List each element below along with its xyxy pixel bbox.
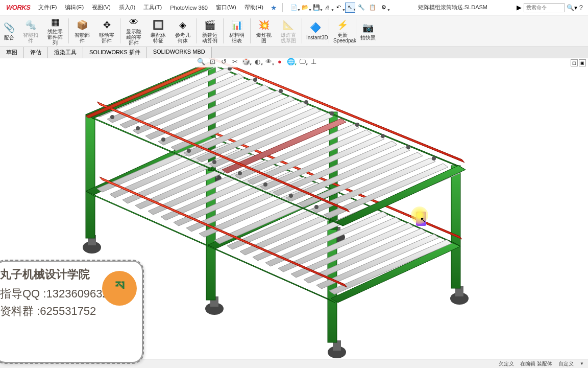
section-view-icon[interactable]: ✂ <box>230 58 240 66</box>
view-settings-icon[interactable]: 🖵▼ <box>297 58 307 66</box>
status-dropdown-icon[interactable]: ▼ <box>580 361 584 366</box>
speedpak-button[interactable]: ⚡更新Speedpak <box>330 15 355 47</box>
hide-show-icon[interactable]: 👁▼ <box>263 58 274 66</box>
pin-icon[interactable]: ★ <box>267 4 280 12</box>
ribbon-toolbar: 📎配合 🔩智能扣件 ▦线性零部件阵列 📦智能部件 ✥移动零部件 👁显示隐藏的零部… <box>0 15 588 47</box>
print-button[interactable]: 🖨▼ <box>323 3 333 13</box>
svg-point-87 <box>406 145 410 149</box>
tab-sw-mbd[interactable]: SOLIDWORKS MBD <box>147 47 212 58</box>
menu-view[interactable]: 视图(V) <box>88 4 115 11</box>
snapshot-button[interactable]: 📷拍快照 <box>357 15 379 47</box>
display-style-icon[interactable]: ◐▼ <box>252 58 262 66</box>
status-underdefined: 欠定义 <box>499 360 514 367</box>
smart-fastener-button[interactable]: 🔩智能扣件 <box>18 15 43 47</box>
edit-appearance-icon[interactable]: ● <box>275 58 285 66</box>
prev-view-icon[interactable]: ↺ <box>218 58 229 66</box>
menu-photoview[interactable]: PhotoView 360 <box>166 5 212 11</box>
select-button[interactable]: ↖▼ <box>345 3 355 13</box>
bom-button[interactable]: 📊材料明细表 <box>225 15 249 47</box>
help-icon[interactable]: ? <box>579 4 583 11</box>
ground-icon[interactable]: ⊥ <box>308 58 318 66</box>
svg-point-73 <box>161 137 165 142</box>
zoom-area-icon[interactable]: ⊡ <box>207 58 217 66</box>
zoom-fit-icon[interactable]: 🔍 <box>196 58 206 66</box>
linear-pattern-button[interactable]: ▦线性零部件阵列 <box>43 15 67 47</box>
svg-point-76 <box>238 171 242 175</box>
open-button[interactable]: 📂▼ <box>300 3 310 13</box>
tab-sketch[interactable]: 草图 <box>0 47 24 58</box>
menu-edit[interactable]: 编辑(E) <box>61 4 88 11</box>
new-button[interactable]: 📄▼ <box>289 3 299 13</box>
rebuild-button[interactable]: 🔧 <box>356 3 366 13</box>
app-logo: WORKS <box>2 4 34 11</box>
document-title: 矩阵模组滚筒输送.SLDASM <box>389 4 517 11</box>
tab-evaluate[interactable]: 评估 <box>24 47 48 58</box>
command-manager-tabs: 草图 评估 渲染工具 SOLIDWORKS 插件 SOLIDWORKS MBD <box>0 47 588 58</box>
search-icon[interactable]: 🔍▾ <box>567 4 577 11</box>
svg-rect-12 <box>86 114 95 238</box>
tab-render[interactable]: 渲染工具 <box>48 47 83 58</box>
exploded-view-button[interactable]: 💥爆炸视图 <box>252 15 276 47</box>
svg-point-82 <box>279 89 283 93</box>
assembly-feature-button[interactable]: 🔲装配体特征 <box>146 15 170 47</box>
svg-rect-15 <box>451 166 460 288</box>
svg-point-77 <box>263 182 267 187</box>
svg-point-85 <box>355 123 359 127</box>
watermark-card: ས 丸子机械设计学院 指导QQ :1323609632 资料群 :6255317… <box>0 261 143 363</box>
explode-sketch-button[interactable]: 📐爆炸直线草图 <box>276 15 301 47</box>
apply-scene-icon[interactable]: 🌐▼ <box>286 58 296 66</box>
svg-point-79 <box>314 205 318 209</box>
svg-point-83 <box>304 100 308 104</box>
menu-help[interactable]: 帮助(H) <box>240 4 267 11</box>
expand-panel-button[interactable]: ◫ <box>571 59 578 66</box>
menu-file[interactable]: 文件(F) <box>34 4 61 11</box>
collapse-panel-button[interactable]: ▣ <box>579 59 586 66</box>
svg-point-74 <box>187 149 191 153</box>
options-button[interactable]: 📋 <box>368 3 378 13</box>
svg-point-71 <box>110 115 114 119</box>
watermark-logo: ས <box>102 271 137 306</box>
save-button[interactable]: 💾▼ <box>311 3 322 13</box>
svg-point-75 <box>212 160 216 164</box>
tab-sw-addins[interactable]: SOLIDWORKS 插件 <box>83 47 147 58</box>
instant3d-button[interactable]: 🔷Instant3D <box>303 15 328 47</box>
status-editing: 在编辑 装配体 <box>520 360 552 367</box>
svg-point-84 <box>330 111 334 116</box>
undo-button[interactable]: ↶▼ <box>334 3 344 13</box>
move-component-button[interactable]: ✥移动零部件 <box>94 15 119 47</box>
mate-button[interactable]: 📎配合 <box>0 15 18 47</box>
menu-insert[interactable]: 插入(I) <box>115 4 139 11</box>
svg-point-88 <box>432 156 436 160</box>
status-custom[interactable]: 自定义 <box>558 360 574 367</box>
separator <box>282 3 283 12</box>
new-motion-button[interactable]: 🎬新建运动算例 <box>198 15 222 47</box>
show-hidden-button[interactable]: 👁显示隐藏的零部件 <box>121 15 146 47</box>
svg-marker-41 <box>329 240 452 294</box>
ref-geometry-button[interactable]: ◈参考几何体 <box>170 15 195 47</box>
quick-access-toolbar: 📄▼ 📂▼ 💾▼ 🖨▼ ↶▼ ↖▼ 🔧 📋 ⚙▼ <box>289 3 389 13</box>
svg-point-78 <box>289 194 293 198</box>
menu-tools[interactable]: 工具(T) <box>139 4 166 11</box>
search-start-icon[interactable]: ▶ <box>517 4 522 11</box>
svg-point-81 <box>253 78 257 82</box>
search-input[interactable] <box>524 3 565 12</box>
svg-point-72 <box>136 126 140 130</box>
headsup-toolbar: 🔍 ⊡ ↺ ✂ 🎲▼ ◐▼ 👁▼ ● 🌐▼ 🖵▼ ⊥ <box>194 58 321 67</box>
settings-button[interactable]: ⚙▼ <box>379 3 389 13</box>
menu-window[interactable]: 窗口(W) <box>212 4 240 11</box>
menubar: WORKS 文件(F) 编辑(E) 视图(V) 插入(I) 工具(T) Phot… <box>0 0 588 15</box>
view-orient-icon[interactable]: 🎲▼ <box>241 58 251 66</box>
smart-component-button[interactable]: 📦智能部件 <box>70 15 94 47</box>
svg-point-86 <box>381 134 385 138</box>
cursor-icon: ↖ <box>420 216 426 224</box>
